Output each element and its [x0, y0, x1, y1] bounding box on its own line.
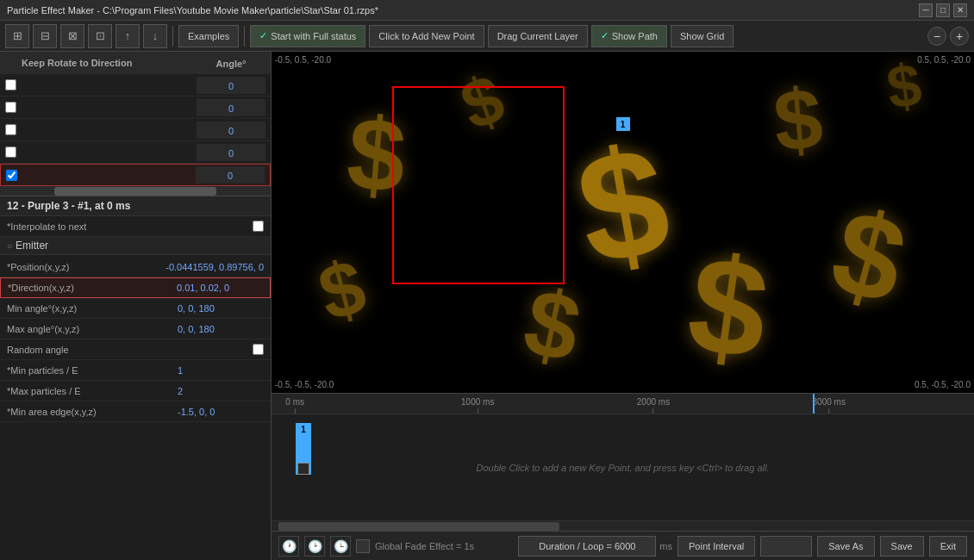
show-path-label: Show Path: [612, 31, 658, 41]
toolbar-icon-1[interactable]: ⊞: [5, 24, 29, 48]
props-checkbox-0[interactable]: [5, 79, 16, 90]
status-icon-3[interactable]: 🕒: [330, 536, 351, 557]
detail-panel: *Position(x,y,z)-0.0441559, 0.89756, 0*D…: [0, 255, 271, 560]
props-value-2[interactable]: 0: [197, 121, 265, 139]
timeline-area: 0 ms1000 ms2000 ms3000 ms 1 Double Click…: [272, 393, 974, 531]
props-checkbox-2[interactable]: [5, 124, 16, 135]
timeline-scrollbar[interactable]: [272, 520, 974, 531]
detail-label-5: *Min particles / E: [7, 365, 171, 376]
timeline-block[interactable]: 1: [296, 423, 311, 475]
status-icon-1[interactable]: 🕐: [278, 536, 299, 557]
props-row-2: 0: [0, 119, 271, 141]
detail-value-0: -0.0441559, 0.89756, 0: [165, 262, 264, 272]
collapse-icon: ○: [7, 241, 12, 251]
detail-value-2: 0, 0, 180: [178, 303, 264, 314]
props-checkbox-4[interactable]: [6, 170, 17, 181]
detail-value-5: 1: [178, 365, 264, 376]
emitter-label: Emitter: [16, 240, 48, 252]
zoom-out-button[interactable]: −: [927, 27, 946, 46]
examples-button[interactable]: Examples: [178, 25, 239, 47]
start-full-checkmark: ✓: [259, 30, 267, 41]
zoom-in-button[interactable]: +: [950, 27, 969, 46]
close-button[interactable]: ✕: [953, 3, 967, 17]
props-value-3[interactable]: 0: [197, 144, 265, 161]
dollar-sign-7: $: [515, 265, 590, 383]
detail-row-5: *Min particles / E1: [0, 360, 271, 381]
global-fade-text: Global Fade Effect = 1s: [375, 541, 474, 551]
timeline-ruler: 0 ms1000 ms2000 ms3000 ms: [272, 394, 974, 414]
timeline-content[interactable]: 1 Double Click to add a new Key Point, a…: [272, 414, 974, 520]
props-row-1: 0: [0, 96, 271, 119]
detail-label-7: *Min area edge(x,y,z): [7, 407, 171, 417]
props-col-angle: Angle°: [197, 54, 265, 72]
toolbar-icon-2[interactable]: ⊟: [33, 24, 57, 48]
show-path-checkmark: ✓: [601, 30, 609, 41]
timeline-scroll-thumb: [278, 522, 559, 531]
duration-input[interactable]: [518, 536, 656, 557]
save-as-button[interactable]: Save As: [817, 536, 874, 557]
click-add-point-button[interactable]: Click to Add New Point: [369, 25, 484, 47]
timeline-block-handle[interactable]: [297, 463, 309, 475]
props-row-3: 0: [0, 141, 271, 164]
detail-value-3: 0, 0, 180: [178, 324, 264, 334]
detail-row-4: Random angle: [0, 339, 271, 360]
main-layout: Keep Rotate to Direction Angle° 00000 12…: [0, 52, 974, 560]
timeline-block-label: 1: [301, 425, 306, 434]
status-checkbox[interactable]: [356, 539, 370, 553]
detail-row-3: Max angle°(x,y,z)0, 0, 180: [0, 319, 271, 339]
detail-value-1: 0.01, 0.02, 0: [177, 283, 263, 293]
ruler-label-1: 1000 ms: [461, 397, 494, 407]
toolbar-icon-4[interactable]: ⊡: [88, 24, 112, 48]
status-icon-2[interactable]: 🕑: [304, 536, 325, 557]
detail-label-2: Min angle°(x,y,z): [7, 303, 171, 314]
exit-button[interactable]: Exit: [929, 536, 967, 557]
ruler-mark-1: 1000 ms: [461, 397, 494, 414]
detail-checkbox-4[interactable]: [253, 344, 264, 355]
save-button[interactable]: Save: [880, 536, 924, 557]
props-value-0[interactable]: 0: [197, 77, 265, 94]
interpolate-row: *Interpolate to next: [0, 216, 271, 237]
props-header: Keep Rotate to Direction Angle°: [0, 52, 271, 74]
show-grid-button[interactable]: Show Grid: [671, 25, 734, 47]
point-badge: 1: [616, 117, 630, 131]
props-checkbox-1[interactable]: [5, 102, 16, 113]
interpolate-checkbox[interactable]: [253, 221, 264, 232]
show-path-button[interactable]: ✓ Show Path: [591, 25, 667, 47]
ruler-label-2: 2000 ms: [637, 397, 670, 407]
detail-value-7: -1.5, 0, 0: [178, 407, 264, 417]
point-interval-button[interactable]: Point Interval: [677, 536, 755, 557]
maximize-button[interactable]: □: [936, 3, 950, 17]
dollar-sign-4: $: [309, 242, 374, 339]
dollar-sign-3: $: [818, 180, 919, 333]
props-scrollbar[interactable]: [0, 186, 271, 196]
props-col-label: Keep Rotate to Direction: [22, 58, 191, 68]
detail-label-1: *Direction(x,y,z): [8, 283, 170, 293]
ruler-highlight: [813, 394, 815, 414]
title-bar: Particle Effect Maker - C:\Program Files…: [0, 0, 974, 21]
props-checkbox-3[interactable]: [5, 146, 16, 158]
corner-label-tr: 0.5, 0.5, -20.0: [917, 55, 971, 65]
props-value-1[interactable]: 0: [197, 99, 265, 116]
dollar-sign-2: $: [771, 68, 827, 171]
canvas-area[interactable]: -0.5, 0.5, -20.0 0.5, 0.5, -20.0 -0.5, -…: [272, 52, 974, 393]
props-value-4[interactable]: 0: [196, 166, 265, 184]
interpolate-label: *Interpolate to next: [7, 221, 246, 232]
minimize-button[interactable]: ─: [919, 3, 933, 17]
start-full-label: Start with Full status: [271, 31, 356, 41]
emitter-section[interactable]: ○ Emitter: [0, 237, 271, 255]
detail-rows: *Position(x,y,z)-0.0441559, 0.89756, 0*D…: [0, 257, 271, 422]
right-panel: -0.5, 0.5, -20.0 0.5, 0.5, -20.0 -0.5, -…: [272, 52, 974, 560]
dollar-sign-1: $: [343, 92, 411, 215]
detail-value-6: 2: [178, 386, 264, 396]
dollar-scene: $$$$$$$$$: [272, 52, 974, 393]
start-full-status-button[interactable]: ✓ Start with Full status: [250, 25, 365, 47]
dollar-sign-6: $: [451, 59, 514, 147]
timeline-hint: Double Click to add a new Key Point, and…: [272, 463, 974, 473]
drag-current-layer-button[interactable]: Drag Current Layer: [488, 25, 588, 47]
toolbar-down[interactable]: ↓: [143, 24, 167, 48]
app-title: Particle Effect Maker - C:\Program Files…: [7, 5, 378, 16]
main-toolbar: ⊞ ⊟ ⊠ ⊡ ↑ ↓ Examples ✓ Start with Full s…: [0, 21, 974, 52]
toolbar-up[interactable]: ↑: [116, 24, 140, 48]
toolbar-icon-3[interactable]: ⊠: [60, 24, 84, 48]
ruler-label-3: 3000 ms: [813, 397, 846, 407]
